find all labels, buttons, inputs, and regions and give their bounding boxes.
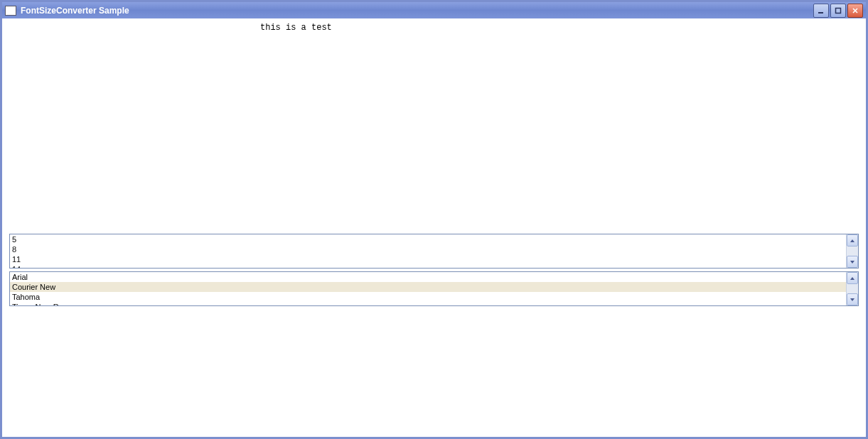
scroll-down-button[interactable] xyxy=(847,293,858,305)
window-title: FontSizeConverter Sample xyxy=(21,6,813,16)
window-frame: FontSizeConverter Sample this is a test … xyxy=(0,0,868,439)
maximize-icon xyxy=(835,7,842,14)
list-item[interactable]: Arial xyxy=(10,272,847,282)
titlebar[interactable]: FontSizeConverter Sample xyxy=(2,2,866,18)
svg-rect-1 xyxy=(836,8,841,13)
chevron-down-icon xyxy=(850,298,855,302)
chevron-down-icon xyxy=(850,260,855,264)
font-size-listbox[interactable]: 5 8 11 14 xyxy=(9,234,859,269)
scrollbar[interactable] xyxy=(846,272,858,305)
list-item[interactable]: 8 xyxy=(10,244,847,254)
list-item[interactable]: 5 xyxy=(10,234,847,244)
list-item[interactable]: 14 xyxy=(10,264,847,268)
minimize-button[interactable] xyxy=(813,4,829,18)
maximize-button[interactable] xyxy=(830,4,846,18)
scrollbar[interactable] xyxy=(846,234,858,268)
list-item[interactable]: Tahoma xyxy=(10,292,847,302)
scroll-up-button[interactable] xyxy=(847,272,858,284)
scroll-track[interactable] xyxy=(847,246,858,256)
close-icon xyxy=(852,7,859,14)
system-menu-icon[interactable] xyxy=(5,6,16,16)
chevron-up-icon xyxy=(850,239,855,243)
chevron-up-icon xyxy=(850,276,855,281)
window-buttons xyxy=(813,4,863,18)
minimize-icon xyxy=(818,7,825,14)
list-item[interactable]: Courier New xyxy=(10,282,847,292)
close-button[interactable] xyxy=(847,4,863,18)
scroll-up-button[interactable] xyxy=(847,234,858,246)
font-family-listbox[interactable]: Arial Courier New Tahoma Times New Roman xyxy=(9,271,859,306)
font-family-listbox-view: Arial Courier New Tahoma Times New Roman xyxy=(10,272,847,305)
svg-rect-0 xyxy=(818,12,823,13)
sample-text: this is a test xyxy=(260,23,332,33)
scroll-down-button[interactable] xyxy=(847,256,858,268)
list-item[interactable]: Times New Roman xyxy=(10,302,847,305)
font-size-listbox-view: 5 8 11 14 xyxy=(10,234,847,268)
scroll-track[interactable] xyxy=(847,284,858,293)
list-item[interactable]: 11 xyxy=(10,254,847,264)
client-area: this is a test 5 8 11 14 Arial xyxy=(4,21,864,435)
